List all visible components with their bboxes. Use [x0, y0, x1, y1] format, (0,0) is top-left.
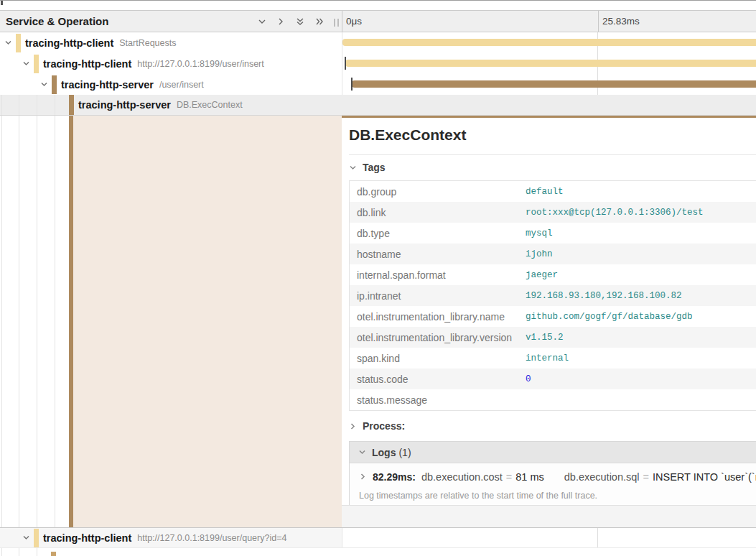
tag-value: mysql: [526, 228, 553, 238]
equals-sign: =: [643, 471, 649, 483]
tag-value: jaeger: [526, 270, 558, 280]
selected-span-tint: [73, 116, 342, 528]
process-section-toggle[interactable]: Process:: [349, 420, 405, 432]
chevron-right-icon: [359, 471, 367, 483]
log-timestamp: 82.29ms:: [373, 471, 416, 483]
ruler-tick-1: 25.83ms: [602, 11, 640, 32]
span-timeline-cell[interactable]: [342, 74, 756, 95]
tag-value: ijohn: [526, 249, 553, 259]
minimap-scrubber-tick: [1, 1, 3, 5]
span-detail-row: DB.ExecContext Tags db.groupdefault db.l…: [0, 116, 756, 528]
service-operation-title: Service & Operation: [0, 15, 108, 27]
expand-all-icon[interactable]: [314, 17, 326, 27]
span-row-partial[interactable]: [0, 548, 756, 556]
collapse-all-icon[interactable]: [294, 17, 306, 27]
span-service-name: tracing-http-client: [43, 532, 131, 544]
span-color-swatch: [52, 75, 57, 94]
equals-sign: =: [506, 471, 512, 483]
log-field-value: 81 ms: [515, 471, 544, 483]
span-service-name: tracing-http-client: [25, 37, 113, 49]
trace-timeline-view: Service & Operation 0μs 25.83ms tracing-…: [0, 0, 756, 556]
chevron-down-icon[interactable]: [4, 39, 12, 47]
tag-row: otel.instrumentation_library.versionv1.1…: [350, 327, 756, 348]
chevron-down-icon[interactable]: [22, 534, 30, 542]
log-field-key: db.execution.sql: [564, 471, 640, 483]
span-timeline-cell[interactable]: [342, 95, 756, 115]
timeline-ruler: 0μs 25.83ms: [342, 11, 756, 32]
expand-one-icon[interactable]: [276, 17, 286, 27]
tag-value: 0: [526, 374, 531, 384]
tags-section-toggle[interactable]: Tags: [349, 162, 386, 173]
span-detail-left-gutter: [0, 116, 342, 528]
span-duration-bar[interactable]: [342, 39, 756, 46]
minimap-strip: [0, 0, 756, 10]
tag-row: db.typemysql: [350, 223, 756, 244]
service-operation-header: Service & Operation: [0, 11, 342, 32]
span-name-cell[interactable]: tracing-http-server DB.ExecContext: [0, 95, 342, 115]
ruler-tick-0: 0μs: [346, 11, 362, 32]
process-section-label: Process:: [363, 420, 405, 432]
tag-row: db.groupdefault: [350, 181, 756, 202]
tag-key: internal.span.format: [350, 269, 526, 281]
span-row-client-insert[interactable]: tracing-http-client http://127.0.0.1:819…: [0, 53, 756, 74]
indent-guide: [19, 116, 19, 528]
chevron-down-icon[interactable]: [22, 60, 30, 68]
chevron-down-icon: [358, 446, 366, 459]
tag-key: db.type: [350, 228, 526, 239]
log-field-cost: db.execution.cost = 81 ms: [421, 471, 544, 483]
collapse-one-icon[interactable]: [257, 17, 267, 27]
tag-row: span.kindinternal: [350, 348, 756, 369]
span-detail-title: DB.ExecContext: [349, 126, 466, 144]
chevron-down-icon[interactable]: [40, 80, 48, 88]
span-name-cell[interactable]: tracing-http-client http://127.0.0.1:819…: [0, 528, 342, 547]
span-row-db-exec-context-selected[interactable]: tracing-http-server DB.ExecContext: [0, 95, 756, 116]
span-operation-name: http://127.0.0.1:8199/user/query?id=4: [137, 533, 286, 543]
span-duration-bar[interactable]: [352, 80, 756, 88]
span-name-cell[interactable]: tracing-http-client http://127.0.0.1:819…: [0, 53, 342, 74]
span-detail-panel: DB.ExecContext Tags db.groupdefault db.l…: [342, 116, 756, 528]
logs-section: Logs (1) 82.29ms: db.execution.cost = 81…: [349, 441, 756, 509]
tag-value: internal: [526, 353, 569, 363]
span-row-start-requests[interactable]: tracing-http-client StartRequests: [0, 32, 756, 53]
column-resize-handle[interactable]: [334, 17, 339, 27]
log-entry-toggle[interactable]: 82.29ms: db.execution.cost = 81 ms db.ex…: [350, 463, 756, 488]
span-operation-name: DB.ExecContext: [177, 100, 243, 110]
span-row-client-query[interactable]: tracing-http-client http://127.0.0.1:819…: [0, 528, 756, 548]
span-timeline-cell[interactable]: [342, 32, 756, 53]
tag-row: ip.intranet192.168.93.180,192.168.100.82: [350, 285, 756, 306]
chevron-down-icon: [349, 164, 357, 172]
span-name-cell[interactable]: tracing-http-server /user/insert: [0, 74, 342, 95]
span-operation-name: /user/insert: [159, 80, 204, 90]
span-row-server-insert[interactable]: tracing-http-server /user/insert: [0, 74, 756, 95]
tag-row: db.linkroot:xxx@tcp(127.0.0.1:3306)/test: [350, 202, 756, 223]
tag-row: status.message: [350, 389, 756, 410]
span-name-cell[interactable]: tracing-http-client StartRequests: [0, 32, 342, 53]
span-service-name: tracing-http-server: [78, 99, 171, 111]
span-color-swatch: [34, 529, 39, 547]
span-operation-name: http://127.0.0.1:8199/user/insert: [137, 59, 264, 69]
detail-divider: [349, 154, 756, 155]
tag-key: db.group: [350, 186, 526, 198]
indent-guide: [19, 548, 19, 556]
tag-value: root:xxx@tcp(127.0.0.1:3306)/test: [526, 208, 704, 218]
span-start-tick: [351, 78, 353, 91]
indent-guide: [1, 116, 2, 528]
span-color-swatch: [34, 55, 39, 73]
tag-key: status.code: [350, 374, 526, 385]
span-color-swatch: [16, 34, 21, 52]
tag-key: db.link: [350, 207, 526, 218]
span-timeline-cell[interactable]: [342, 53, 756, 74]
tag-row: otel.instrumentation_library.namegithub.…: [350, 306, 756, 327]
tag-row: internal.span.formatjaeger: [350, 264, 756, 285]
log-field-value: INSERT INTO `user`(`name`: [653, 471, 756, 483]
span-service-name: tracing-http-server: [61, 79, 154, 91]
indent-guide: [55, 116, 55, 528]
span-color-swatch: [69, 95, 74, 115]
tag-key: hostname: [350, 249, 526, 260]
tag-key: status.message: [350, 394, 526, 406]
tag-key: otel.instrumentation_library.name: [350, 311, 526, 323]
span-timeline-cell[interactable]: [342, 528, 756, 547]
span-service-name: tracing-http-client: [43, 58, 131, 70]
span-duration-bar[interactable]: [345, 60, 756, 67]
logs-section-toggle[interactable]: Logs (1): [350, 442, 756, 463]
